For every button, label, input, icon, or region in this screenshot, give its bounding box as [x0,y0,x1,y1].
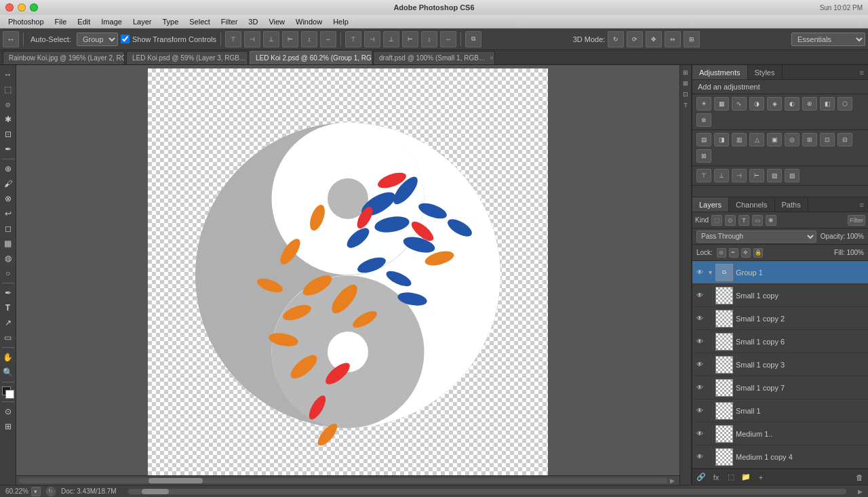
adj-extra-7[interactable]: ⊣ [732,169,747,182]
adj-extra-4[interactable]: ⊠ [696,149,711,163]
adj-bw[interactable]: ◧ [820,97,835,111]
layer-visibility-s1c7[interactable]: 👁 [695,383,705,393]
3d-roll[interactable]: ⟳ [627,31,643,47]
horizontal-scrollbar[interactable]: ▶ [16,475,679,485]
tab-paths[interactable]: Paths [775,197,808,212]
strip-btn-3[interactable]: ⊡ [681,90,690,99]
quick-mask-btn[interactable]: ⊙ [1,405,15,418]
adj-photo-filter[interactable]: ⬡ [837,97,852,111]
adj-extra-2[interactable]: ⊡ [820,133,835,146]
menu-photoshop[interactable]: Photoshop [3,15,50,28]
close-button[interactable] [5,3,14,12]
link-layers-btn[interactable]: 🔗 [695,472,707,483]
zoom-value[interactable]: 60.22% [5,488,28,495]
tab-draft[interactable]: draft.psd @ 100% (Small 1, RGB… × [373,51,495,64]
layer-visibility-s1c6[interactable]: 👁 [695,337,705,346]
menu-type[interactable]: Type [157,15,184,28]
dist-btn-5[interactable]: ↕ [421,31,437,47]
blur-tool[interactable]: ◍ [1,252,15,265]
align-btn-3[interactable]: ⊥ [263,31,279,47]
strip-btn-1[interactable]: ⊞ [681,68,690,77]
adj-extra-9[interactable]: ▧ [767,169,782,182]
tab-adjustments[interactable]: Adjustments [692,65,748,79]
menu-layer[interactable]: Layer [127,15,157,28]
new-group-btn[interactable]: 📁 [740,472,752,483]
adj-invert[interactable]: ◨ [714,133,729,146]
3d-slide[interactable]: ⇔ [665,31,681,47]
blend-mode-dropdown[interactable]: Pass Through Normal Multiply Screen [696,231,816,243]
scroll-thumb[interactable] [149,478,203,483]
menu-image[interactable]: Image [96,15,127,28]
marquee-tool[interactable]: ⬚ [1,83,15,96]
menu-edit[interactable]: Edit [72,15,96,28]
dist-btn-1[interactable]: ⊤ [345,31,361,47]
align-btn-2[interactable]: ⊣ [244,31,260,47]
lock-paint-btn[interactable]: ✒ [729,248,738,258]
layer-item-small1copy7[interactable]: 👁 Small 1 copy 7 [692,376,868,399]
adj-selective-color[interactable]: ◎ [785,133,800,146]
bottom-scroll-thumb[interactable] [142,489,169,494]
adj-brightness[interactable]: ☀ [696,97,711,111]
gradient-tool[interactable]: ▦ [1,237,15,250]
type-tool[interactable]: T [1,301,15,315]
shape-tool[interactable]: ▭ [1,331,15,344]
zoom-preset-btn[interactable]: ▾ [31,487,41,496]
adj-levels[interactable]: ▦ [714,97,729,111]
layer-visibility-s1c[interactable]: 👁 [695,291,705,300]
adj-channel-mixer[interactable]: ⊗ [696,113,711,127]
adj-color-lookup[interactable]: ▤ [696,133,711,146]
scroll-right-btn[interactable]: ▶ [667,476,677,485]
color-swatches[interactable] [2,386,14,399]
adj-extra-10[interactable]: ▨ [785,169,800,182]
menu-select[interactable]: Select [184,15,216,28]
fill-value[interactable]: 100% [846,249,864,256]
add-style-btn[interactable]: fx [710,472,722,483]
hand-tool[interactable]: ✋ [1,351,15,364]
group-expand-arrow[interactable]: ▼ [707,269,713,276]
bottom-scrollbar[interactable] [127,488,847,495]
move-tool[interactable]: ↔ [1,68,15,81]
filter-type-icon[interactable]: T [738,215,749,226]
adj-extra-6[interactable]: ⊥ [714,169,729,182]
strip-btn-2[interactable]: ⊠ [681,79,690,88]
path-selection-tool[interactable]: ↗ [1,316,15,330]
layer-visibility-s1[interactable]: 👁 [695,406,705,416]
add-mask-btn[interactable]: ⬚ [725,472,737,483]
crop-tool[interactable]: ⊡ [1,127,15,141]
auto-select-dropdown[interactable]: Group Layer [77,33,118,46]
layer-visibility-m1[interactable]: 👁 [695,429,705,439]
quick-select-tool[interactable]: ✱ [1,113,15,126]
3d-scale[interactable]: ⊞ [684,31,700,47]
tab-styles[interactable]: Styles [748,65,783,79]
filter-pixel-icon[interactable]: ⬚ [711,215,722,226]
adj-threshold[interactable]: △ [749,133,764,146]
history-brush[interactable]: ↩ [1,207,15,220]
layer-visibility-group1[interactable]: 👁 [695,268,705,277]
align-btn-5[interactable]: ↕ [301,31,317,47]
layer-visibility-m1c4[interactable]: 👁 [695,452,705,462]
scroll-right-indicator[interactable]: ▶ [858,488,863,495]
adj-hue-sat[interactable]: ◐ [785,97,800,111]
adj-posterize[interactable]: ▥ [732,133,747,146]
eyedropper-tool[interactable]: ✒ [1,142,15,156]
adj-extra-8[interactable]: ⊢ [749,169,764,182]
filter-shape-icon[interactable]: ▭ [752,215,763,226]
clone-tool[interactable]: ⊗ [1,192,15,205]
layer-item-medium1copy4[interactable]: 👁 Medium 1 copy 4 [692,445,868,469]
brush-tool[interactable]: 🖌 [1,177,15,191]
strip-btn-4[interactable]: T [681,100,690,110]
adj-vibrance[interactable]: ◈ [767,97,782,111]
menu-window[interactable]: Window [290,15,328,28]
filter-smart-icon[interactable]: ✱ [766,215,776,226]
tab-layers[interactable]: Layers [692,197,729,212]
lock-transparent-btn[interactable]: ⊘ [717,248,726,258]
dodge-tool[interactable]: ○ [1,266,15,280]
delete-layer-btn[interactable]: 🗑 [853,472,865,483]
3d-pan[interactable]: ✥ [646,31,662,47]
move-tool-options[interactable]: ↔ [3,31,19,47]
layer-item-small1copy2[interactable]: 👁 Small 1 copy 2 [692,307,868,330]
panel-menu-btn[interactable]: ≡ [856,65,868,79]
lock-position-btn[interactable]: ✥ [741,248,751,258]
tab-channels[interactable]: Channels [729,197,774,212]
menu-help[interactable]: Help [328,15,354,28]
